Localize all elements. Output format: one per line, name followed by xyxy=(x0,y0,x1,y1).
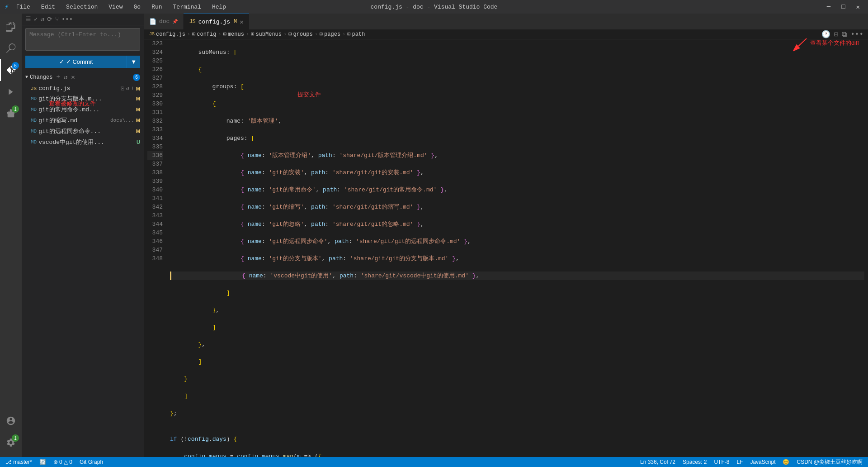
status-bar: ⎇ master* 🔄 ⊗ 0 △ 0 Git Graph Ln 336, Co… xyxy=(0,457,868,467)
changes-revert-icon[interactable]: ↺ xyxy=(63,72,68,82)
configjs-tab-label: config.js xyxy=(198,19,230,25)
file-status-m4: M xyxy=(136,118,140,123)
code-line-342: } xyxy=(170,375,864,383)
settings-badge: 1 xyxy=(12,434,19,442)
tab-configjs[interactable]: JS config.js M ✕ xyxy=(184,14,249,29)
code-editor[interactable]: 323 324 325 326 327 328 329 330 331 332 … xyxy=(144,39,868,457)
changes-actions: + ↺ ✕ xyxy=(55,72,75,82)
changes-add-icon[interactable]: + xyxy=(55,72,61,82)
code-line-335: { name: 'git的分支与版本', path: 'share/git/gi… xyxy=(170,254,864,263)
file-item-vscode[interactable]: MD vscode中git的使用... U xyxy=(22,137,144,148)
file-name-configjs: config.js xyxy=(38,85,119,92)
file-item-abbreviate[interactable]: MD git的缩写.md docs\... M xyxy=(22,115,144,126)
breadcrumb-configjs[interactable]: JS config.js xyxy=(149,31,185,38)
code-line-327: name: '版本管理', xyxy=(170,117,864,125)
menu-selection[interactable]: Selection xyxy=(62,3,101,11)
bc-submenus-icon: ⊞ xyxy=(251,31,254,38)
commit-button[interactable]: ✓ ✓ Commit xyxy=(25,56,127,68)
doc-pin-icon: 📌 xyxy=(172,19,178,24)
menu-terminal[interactable]: Terminal xyxy=(170,3,205,11)
stage-icon[interactable]: + xyxy=(131,86,134,92)
title-bar: ⚡ File Edit Selection View Go Run Termin… xyxy=(0,0,868,14)
sidebar-more-icon[interactable]: ••• xyxy=(61,16,73,23)
code-content[interactable]: subMenus: [ { groups: [ { name: '版本管理', … xyxy=(166,39,868,457)
menu-go[interactable]: Go xyxy=(130,3,145,11)
md-file-icon5: MD xyxy=(31,139,37,145)
status-language[interactable]: JavaScript xyxy=(748,459,777,465)
code-line-337: ] xyxy=(170,289,864,297)
status-spaces[interactable]: Spaces: 2 xyxy=(681,459,708,465)
file-status-m5: M xyxy=(136,129,140,134)
file-path: docs\... xyxy=(110,118,134,123)
revert-icon[interactable]: ↺ xyxy=(126,85,129,92)
window-title: config.js - doc - Visual Studio Code xyxy=(371,4,498,10)
sidebar-menu-icon[interactable]: ☰ xyxy=(25,15,31,23)
menu-run[interactable]: Run xyxy=(148,3,165,11)
menu-edit[interactable]: Edit xyxy=(38,3,59,11)
close-button[interactable]: ✕ xyxy=(853,2,863,12)
title-bar-left: ⚡ File Edit Selection View Go Run Termin… xyxy=(5,2,230,11)
tab-close-button[interactable]: ✕ xyxy=(240,18,243,26)
activity-explorer[interactable] xyxy=(0,16,22,38)
copy-icon[interactable]: ⎘ xyxy=(121,86,124,92)
bc-submenus-label: subMenus xyxy=(255,31,282,38)
status-errors[interactable]: ⊗ 0 △ 0 xyxy=(52,459,74,465)
breadcrumb-pages[interactable]: ⊞ pages xyxy=(320,31,340,38)
status-line-ending[interactable]: LF xyxy=(735,459,745,465)
changes-header[interactable]: ▼ Changes + ↺ ✕ 6 xyxy=(22,71,144,84)
file-item-remote[interactable]: MD git的远程同步命令... M xyxy=(22,126,144,137)
file-status-m2: M xyxy=(136,96,140,101)
sidebar-history-icon[interactable]: ↺ xyxy=(40,15,44,23)
code-line-330: { name: 'git的安装', path: 'share/git/git的安… xyxy=(170,168,864,177)
activity-run[interactable] xyxy=(0,81,22,103)
activity-extensions[interactable]: 1 xyxy=(0,103,22,124)
menu-view[interactable]: View xyxy=(105,3,126,11)
changes-label: Changes xyxy=(30,74,52,81)
activity-search[interactable] xyxy=(0,38,22,59)
breadcrumb-config[interactable]: ⊞ config xyxy=(192,31,216,38)
status-git-graph[interactable]: Git Graph xyxy=(78,459,105,465)
status-position[interactable]: Ln 336, Col 72 xyxy=(638,459,677,465)
git-badge: 6 xyxy=(12,62,19,69)
annotation-view-diff: 查看某个文件的diff xyxy=(794,36,859,50)
tab-doc[interactable]: 📄 doc 📌 xyxy=(144,14,184,29)
status-csdn[interactable]: CSDN @尖椒土豆丝好吃啊 xyxy=(795,458,864,466)
status-branch[interactable]: ⎇ master* xyxy=(4,459,34,465)
main-layout: 6 1 1 ☰ ✓ ↺ ⟳ ⑂ ••• xyxy=(0,14,868,457)
file-list: JS config.js ⎘ ↺ + M MD git的分支与版本.m... M… xyxy=(22,84,144,148)
code-line-346: if (!config.days) { xyxy=(170,435,864,443)
changes-badge: 6 xyxy=(133,74,140,81)
code-line-336: { name: 'vscode中git的使用', path: 'share/gi… xyxy=(170,272,864,280)
menu-help[interactable]: Help xyxy=(208,3,230,11)
sidebar-check-icon[interactable]: ✓ xyxy=(34,15,38,23)
js-file-icon: JS xyxy=(31,86,37,91)
file-name-branch: git的分支与版本.m... xyxy=(38,95,134,103)
sidebar-refresh-icon[interactable]: ⟳ xyxy=(47,15,52,23)
code-line-329: { name: '版本管理介绍', path: 'share/git/版本管理介… xyxy=(170,151,864,160)
changes-discard-icon[interactable]: ✕ xyxy=(70,72,75,82)
file-item-commands[interactable]: MD git的常用命令.md... M xyxy=(22,104,144,115)
menu-file[interactable]: File xyxy=(13,3,34,11)
commit-dropdown-button[interactable]: ▼ xyxy=(127,56,140,68)
status-feedback[interactable]: 😊 xyxy=(781,459,791,465)
activity-bar: 6 1 1 xyxy=(0,14,22,457)
activity-settings[interactable]: 1 xyxy=(0,432,22,453)
sidebar-branch-icon[interactable]: ⑂ xyxy=(55,16,59,23)
status-encoding[interactable]: UTF-8 xyxy=(712,459,731,465)
breadcrumb-submenus[interactable]: ⊞ subMenus xyxy=(251,31,282,38)
minimize-button[interactable]: ─ xyxy=(823,2,834,11)
code-line-324: { xyxy=(170,65,864,74)
breadcrumb-menus[interactable]: ⊞ menus xyxy=(223,31,244,38)
code-line-331: { name: 'git的常用命令', path: 'share/git/git… xyxy=(170,186,864,194)
maximize-button[interactable]: □ xyxy=(838,2,849,11)
file-item-configjs[interactable]: JS config.js ⎘ ↺ + M xyxy=(22,84,144,93)
commit-message-input[interactable] xyxy=(25,28,140,51)
code-line-338: }, xyxy=(170,306,864,315)
status-sync[interactable]: 🔄 xyxy=(38,459,48,465)
breadcrumb-groups[interactable]: ⊞ groups xyxy=(288,31,312,38)
activity-account[interactable] xyxy=(0,410,22,432)
breadcrumb-path[interactable]: ⊞ path xyxy=(347,31,365,38)
file-item-branch[interactable]: MD git的分支与版本.m... M xyxy=(22,93,144,104)
file-name-commands: git的常用命令.md... xyxy=(38,105,134,114)
activity-git[interactable]: 6 xyxy=(0,59,22,81)
